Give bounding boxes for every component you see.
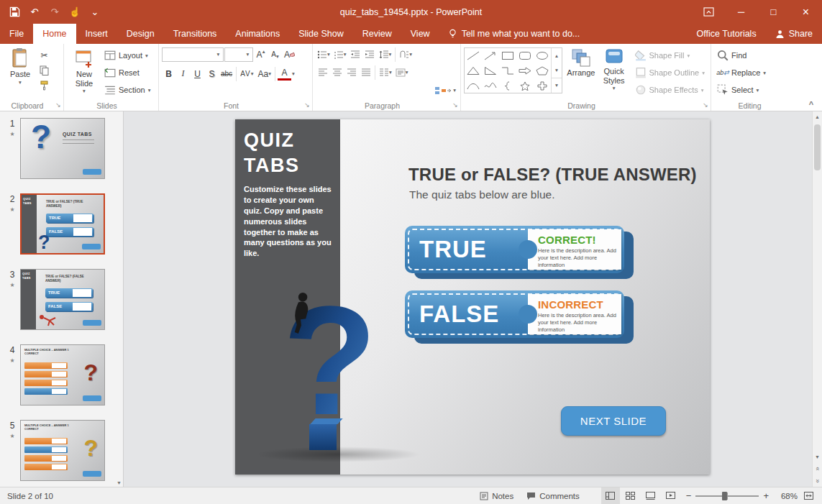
normal-view-button[interactable]: [601, 487, 620, 504]
scrollbar-thumb[interactable]: [814, 124, 821, 170]
decrease-indent-button[interactable]: [349, 47, 362, 62]
touch-mouse-mode-button[interactable]: ☝: [66, 3, 83, 22]
zoom-out-button[interactable]: −: [686, 490, 692, 501]
new-slide-button[interactable]: New Slide ▾: [67, 46, 101, 95]
format-painter-button[interactable]: [37, 78, 51, 93]
line-spacing-button[interactable]: ▾: [378, 47, 393, 62]
zoom-handle[interactable]: [722, 492, 727, 500]
shape-fill-button[interactable]: Shape Fill ▾: [632, 47, 708, 64]
notes-button[interactable]: Notes: [474, 487, 519, 504]
quiz-tab-true[interactable]: TRUE CORRECT! Here is the description ar…: [405, 226, 634, 280]
shape-triangle[interactable]: [465, 63, 482, 78]
align-text-button[interactable]: ▾: [394, 65, 410, 80]
fit-slide-to-window-button[interactable]: [799, 487, 818, 504]
reading-view-button[interactable]: [641, 487, 660, 504]
paragraph-dialog-launcher[interactable]: ↘: [451, 101, 460, 109]
tab-transitions[interactable]: Transitions: [164, 24, 227, 44]
grow-font-button[interactable]: A▴: [254, 47, 268, 62]
drawing-dialog-launcher[interactable]: ↘: [701, 101, 710, 109]
slide-title-text[interactable]: TRUE or FALSE? (TRUE ANSWER): [408, 165, 697, 185]
ribbon-display-options-button[interactable]: [693, 0, 725, 24]
shape-pentagon[interactable]: [534, 63, 551, 78]
zoom-in-button[interactable]: +: [763, 490, 769, 501]
numbering-button[interactable]: ▾: [332, 47, 348, 62]
shape-oval[interactable]: [534, 48, 551, 63]
section-button[interactable]: Section ▾: [101, 81, 153, 98]
thumbnail-slide-5[interactable]: 5 ★ MULTIPLE CHOICE – ANSWER 1 CORRECT ?: [4, 420, 113, 481]
shape-rounded-rectangle[interactable]: [516, 48, 534, 63]
shape-right-triangle[interactable]: [482, 63, 499, 78]
cut-button[interactable]: ✂: [37, 47, 51, 63]
change-case-button[interactable]: Aa▾: [257, 66, 273, 81]
text-shadow-button[interactable]: S: [205, 66, 219, 81]
thumb-scroll-down-icon[interactable]: ▼: [115, 478, 123, 487]
thumbnail-slide-1[interactable]: 1 ★ ? QUIZ TABS: [4, 118, 113, 179]
bullets-button[interactable]: ▾: [316, 47, 332, 62]
bold-button[interactable]: B: [162, 66, 175, 81]
thumbnail-slide-3[interactable]: 3 ★ QUIZ TABS TRUE or FALSE? (FALSE ANSW…: [4, 269, 113, 330]
shape-arrow-line[interactable]: [482, 48, 499, 63]
shapes-scroll-up-icon[interactable]: ▲: [552, 48, 562, 63]
clear-formatting-button[interactable]: A: [283, 47, 296, 62]
customize-qat-button[interactable]: ⌄: [86, 3, 104, 22]
layout-button[interactable]: Layout ▾: [101, 47, 153, 64]
italic-button[interactable]: I: [176, 66, 190, 81]
collapse-ribbon-button[interactable]: ^: [805, 99, 818, 109]
shape-star[interactable]: [516, 78, 534, 93]
slide-sorter-view-button[interactable]: [621, 487, 640, 504]
slide-canvas[interactable]: QUIZ TABS Customize these slides to crea…: [235, 119, 710, 475]
columns-button[interactable]: ▾: [378, 65, 393, 80]
find-button[interactable]: Find: [714, 47, 769, 64]
replace-button[interactable]: ab⇄ Replace ▾: [714, 64, 769, 81]
paste-button[interactable]: Paste ▾: [3, 46, 37, 86]
strikethrough-button[interactable]: abc: [219, 66, 234, 81]
align-right-button[interactable]: [344, 65, 358, 80]
next-slide-nav-button[interactable]: »: [812, 477, 822, 486]
minimize-button[interactable]: ─: [725, 0, 757, 24]
tab-design[interactable]: Design: [117, 24, 164, 44]
reset-button[interactable]: Reset: [101, 64, 153, 81]
thumbnail-scrollbar[interactable]: ▼: [115, 111, 123, 487]
arrange-button[interactable]: Arrange: [565, 46, 598, 78]
quick-styles-button[interactable]: Quick Styles ▾: [598, 46, 631, 92]
font-color-button[interactable]: A: [278, 68, 291, 81]
slide-indicator[interactable]: Slide 2 of 10: [0, 492, 53, 500]
thumbnail-image[interactable]: QUIZ TABS TRUE or FALSE? (FALSE ANSWER) …: [20, 269, 105, 330]
clipboard-dialog-launcher[interactable]: ↘: [54, 101, 63, 109]
slide-subtitle-text[interactable]: The quiz tabs below are blue.: [409, 188, 554, 201]
increase-indent-button[interactable]: [363, 47, 377, 62]
share-button[interactable]: Share: [766, 24, 822, 44]
shapes-more-icon[interactable]: ▼: [552, 78, 562, 93]
thumbnail-image[interactable]: MULTIPLE CHOICE – ANSWER 1 CORRECT ?: [20, 344, 105, 406]
shrink-font-button[interactable]: A▾: [268, 47, 282, 62]
quiz-tab-false[interactable]: FALSE INCORRECT Here is the description …: [405, 290, 634, 345]
shape-rectangle[interactable]: [499, 48, 516, 63]
tab-slide-show[interactable]: Slide Show: [289, 24, 353, 44]
character-spacing-button[interactable]: AV▾: [239, 66, 255, 81]
next-slide-button[interactable]: NEXT SLIDE: [561, 406, 666, 436]
thumbnail-image[interactable]: MULTIPLE CHOICE – ANSWER 1 CORRECT ?: [20, 420, 105, 481]
shape-curve[interactable]: [465, 78, 482, 93]
shape-right-arrow[interactable]: [516, 63, 534, 78]
shape-scribble[interactable]: [482, 78, 499, 93]
font-dialog-launcher[interactable]: ↘: [303, 101, 311, 109]
align-left-button[interactable]: [316, 65, 329, 80]
tab-review[interactable]: Review: [353, 24, 401, 44]
redo-button[interactable]: ↷: [46, 3, 63, 22]
save-button[interactable]: [6, 3, 23, 22]
font-color-dropdown-icon[interactable]: ▾: [292, 70, 295, 77]
justify-button[interactable]: [359, 65, 373, 80]
thumbnail-slide-4[interactable]: 4 ★ MULTIPLE CHOICE – ANSWER 1 CORRECT ?: [4, 344, 113, 406]
tab-insert[interactable]: Insert: [76, 24, 117, 44]
font-name-combo[interactable]: ▾: [162, 47, 224, 62]
thumbnail-image[interactable]: ? QUIZ TABS: [20, 118, 105, 179]
zoom-slider[interactable]: [695, 495, 759, 497]
tab-animations[interactable]: Animations: [226, 24, 289, 44]
convert-smartart-button[interactable]: ▾: [433, 83, 457, 98]
scroll-up-icon[interactable]: ▲: [813, 111, 822, 122]
tab-home[interactable]: Home: [33, 24, 76, 44]
align-center-button[interactable]: [330, 65, 344, 80]
copy-button[interactable]: [37, 63, 51, 78]
scroll-down-icon[interactable]: ▼: [813, 452, 822, 462]
thumbnail-image[interactable]: QUIZ TABS TRUE or FALSE? (TRUE ANSWER) T…: [20, 193, 105, 255]
